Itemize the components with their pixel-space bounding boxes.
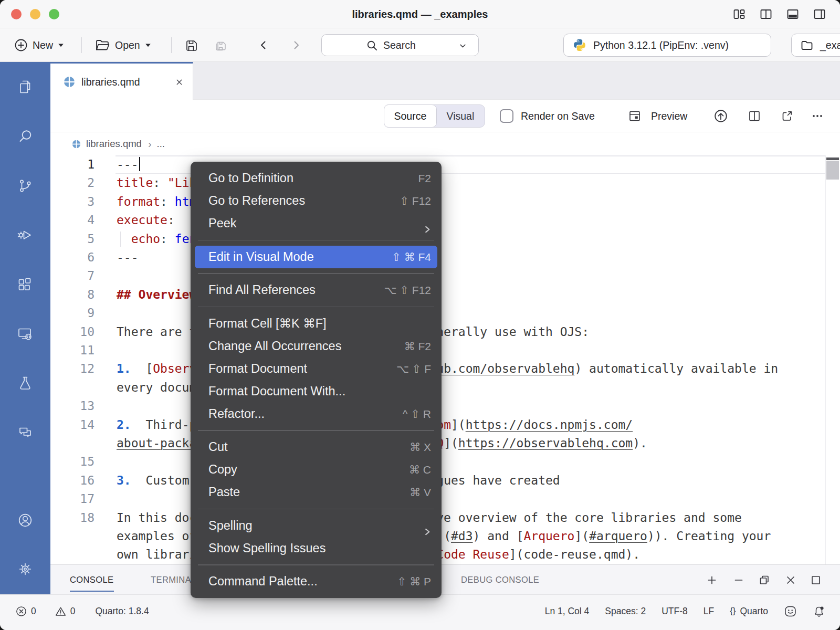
menu-shortcut: ⌥ ⇧ F [396, 358, 431, 380]
menu-item-format-document-with[interactable]: Format Document With... [191, 380, 442, 403]
menu-item-format-cell-k-f[interactable]: Format Cell [⌘K ⌘F] [191, 312, 442, 335]
menu-item-spelling[interactable]: Spelling [191, 514, 442, 537]
plus-circle-icon [14, 38, 28, 52]
scrollbar-thumb[interactable] [826, 161, 839, 180]
menu-item-find-all-references[interactable]: Find All References⌥ ⇧ F12 [191, 279, 442, 301]
line-number: 3 [50, 193, 94, 211]
activity-remote-explorer-button[interactable] [0, 318, 50, 352]
source-mode-button[interactable]: Source [384, 104, 437, 128]
run-debug-icon [17, 227, 34, 246]
search-input[interactable]: Search [321, 34, 479, 56]
code-editor[interactable]: 1---2title: "Libraries"3format: html4exe… [50, 155, 840, 565]
mode-toggle: Source Visual [384, 104, 485, 128]
problems-status[interactable]: 0 0 [16, 606, 75, 617]
activity-run-debug-button[interactable] [0, 219, 50, 253]
activity-source-control-button[interactable] [0, 170, 50, 204]
close-tab-icon[interactable] [175, 78, 183, 86]
menu-separator [198, 430, 434, 431]
panel-tab-terminal[interactable]: TERMINAL [151, 565, 196, 595]
activity-search-button[interactable] [0, 121, 50, 154]
preview-icon[interactable] [628, 109, 642, 125]
interpreter-selector[interactable]: Python 3.12.1 (PipEnv: .venv) [563, 34, 771, 57]
customize-layout-icon[interactable] [732, 7, 746, 21]
menu-item-edit-in-visual-mode[interactable]: Edit in Visual Mode⇧ ⌘ F4 [195, 246, 437, 268]
bell-icon [813, 605, 825, 617]
cursor-position-status[interactable]: Ln 1, Col 4 [545, 606, 590, 617]
toolbar-divider [81, 37, 82, 53]
chevron-down-icon [145, 43, 151, 47]
notifications-button[interactable] [813, 605, 825, 617]
maximize-panel-icon[interactable] [810, 574, 822, 586]
split-editor-layout-icon[interactable] [759, 7, 773, 21]
new-console-icon[interactable] [706, 574, 718, 586]
new-button[interactable]: New [14, 28, 64, 62]
language-mode-status[interactable]: {} Quarto [730, 606, 768, 617]
error-icon [16, 606, 27, 617]
line-number: 17 [50, 490, 94, 508]
render-on-save-label: Render on Save [521, 100, 595, 132]
close-panel-icon[interactable] [784, 574, 797, 586]
restore-panel-icon[interactable] [758, 574, 771, 586]
preview-label[interactable]: Preview [651, 100, 687, 132]
chevron-down-icon [459, 42, 467, 50]
feedback-button[interactable] [784, 605, 797, 618]
activity-explorer-button[interactable] [0, 71, 50, 105]
line-number: 2 [50, 174, 94, 192]
extensions-icon [17, 276, 34, 295]
activity-settings-gear-button[interactable] [0, 553, 50, 587]
folder-icon [800, 38, 814, 52]
text-cursor [139, 157, 141, 171]
toggle-panel-icon[interactable] [786, 7, 800, 21]
menu-item-refactor[interactable]: Refactor...^ ⇧ R [191, 403, 442, 425]
line-number: 16 [50, 471, 94, 490]
menu-item-copy[interactable]: Copy⌘ C [191, 458, 442, 481]
panel-tab-debug-console[interactable]: DEBUG CONSOLE [461, 565, 539, 595]
menu-item-format-document[interactable]: Format Document⌥ ⇧ F [191, 358, 442, 380]
navigate-back-button[interactable] [257, 28, 270, 62]
line-number: 15 [50, 453, 94, 471]
save-all-button[interactable] [213, 28, 228, 62]
menu-item-paste[interactable]: Paste⌘ V [191, 481, 442, 503]
encoding-status[interactable]: UTF-8 [662, 606, 688, 617]
menu-item-change-all-occurrences[interactable]: Change All Occurrences⌘ F2 [191, 335, 442, 358]
workspace-selector[interactable]: _examples [791, 34, 840, 57]
activity-extensions-button[interactable] [0, 269, 50, 302]
quarto-version-label: Quarto: 1.8.4 [95, 606, 149, 617]
render-document-icon[interactable] [713, 108, 729, 126]
bottom-panel: CONSOLETERMINALDEBUG CONSOLE [50, 564, 840, 594]
tab-libraries-qmd[interactable]: libraries.qmd [50, 62, 193, 100]
minimize-panel-icon[interactable] [732, 574, 745, 586]
menu-item-go-to-references[interactable]: Go to References⇧ F12 [191, 190, 442, 212]
menu-shortcut: ⌥ ⇧ F12 [384, 279, 431, 301]
menu-shortcut: ⌘ C [409, 458, 431, 481]
breadcrumb-file[interactable]: libraries.qmd [86, 138, 142, 150]
menu-shortcut: ⌘ F2 [404, 335, 431, 358]
save-button[interactable] [184, 28, 198, 62]
open-button-label: Open [115, 39, 140, 51]
panel-tab-console[interactable]: CONSOLE [70, 565, 114, 595]
warning-count: 0 [70, 606, 76, 617]
render-on-save-checkbox[interactable] [500, 109, 513, 123]
secondary-sidebar-icon[interactable] [813, 7, 826, 21]
indentation-status[interactable]: Spaces: 2 [605, 606, 646, 617]
more-actions-icon[interactable] [811, 109, 824, 125]
activity-testing-button[interactable] [0, 368, 50, 401]
editor-scrollbar[interactable] [825, 155, 840, 565]
visual-mode-button[interactable]: Visual [436, 105, 485, 127]
open-button[interactable]: Open [94, 28, 151, 62]
editor-action-bar: Source Visual Render on Save Preview [50, 100, 840, 132]
activity-comments-button[interactable] [0, 417, 50, 450]
folder-open-icon [94, 37, 110, 53]
menu-item-command-palette[interactable]: Command Palette...⇧ ⌘ P [191, 570, 442, 593]
breadcrumb-more[interactable]: ... [157, 138, 165, 150]
menu-item-go-to-definition[interactable]: Go to DefinitionF2 [191, 167, 442, 190]
split-editor-icon[interactable] [748, 109, 761, 125]
activity-account-button[interactable] [0, 505, 50, 538]
menu-item-cut[interactable]: Cut⌘ X [191, 436, 442, 458]
open-in-new-window-icon[interactable] [780, 109, 794, 125]
quarto-version-status[interactable]: Quarto: 1.8.4 [95, 606, 149, 617]
menu-item-show-spelling-issues[interactable]: Show Spelling Issues [191, 537, 442, 560]
navigate-forward-button[interactable] [290, 28, 302, 62]
eol-status[interactable]: LF [704, 606, 714, 617]
menu-item-peek[interactable]: Peek [191, 212, 442, 235]
